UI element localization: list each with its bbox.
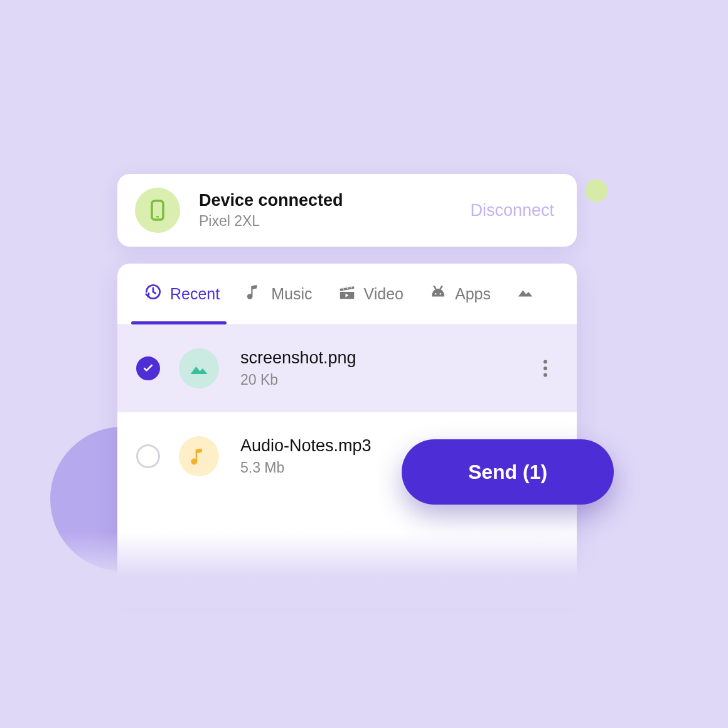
tab-music[interactable]: Music (236, 274, 321, 314)
svg-point-3 (440, 293, 442, 295)
svg-point-4 (543, 360, 547, 363)
file-name: screenshot.png (240, 348, 533, 368)
file-more-button[interactable] (533, 356, 558, 381)
image-file-icon (179, 348, 219, 388)
svg-point-6 (543, 373, 547, 377)
category-tabs: Recent Music Video Apps (117, 264, 577, 324)
tab-images[interactable] (507, 274, 535, 314)
device-icon (135, 188, 180, 233)
file-size: 20 Kb (240, 372, 533, 388)
clapperboard-icon (338, 282, 356, 305)
landscape-icon (516, 282, 535, 305)
disconnect-button[interactable]: Disconnect (470, 201, 554, 220)
tab-apps[interactable]: Apps (420, 274, 500, 314)
tab-label: Recent (170, 285, 220, 303)
send-button-label: Send (1) (468, 461, 547, 484)
device-connected-card: Device connected Pixel 2XL Disconnect (117, 174, 577, 247)
svg-point-5 (543, 366, 547, 370)
tab-label: Apps (455, 285, 491, 303)
tab-video[interactable]: Video (329, 274, 413, 314)
svg-rect-1 (156, 216, 159, 217)
file-checkbox[interactable] (136, 444, 160, 468)
android-icon (429, 282, 447, 305)
file-panel: Recent Music Video Apps (117, 264, 577, 584)
tab-label: Video (364, 285, 404, 303)
audio-file-icon (179, 436, 219, 476)
file-checkbox[interactable] (136, 356, 160, 380)
file-row[interactable]: screenshot.png 20 Kb (117, 324, 577, 412)
tab-recent[interactable]: Recent (135, 274, 228, 314)
decorative-dot (585, 179, 608, 202)
device-name: Pixel 2XL (199, 213, 470, 230)
send-button[interactable]: Send (1) (402, 439, 614, 505)
device-status-title: Device connected (199, 191, 470, 210)
tab-label: Music (271, 285, 312, 303)
active-tab-indicator (131, 321, 227, 324)
history-icon (144, 282, 163, 305)
svg-point-2 (435, 293, 437, 295)
music-note-icon (245, 282, 264, 305)
